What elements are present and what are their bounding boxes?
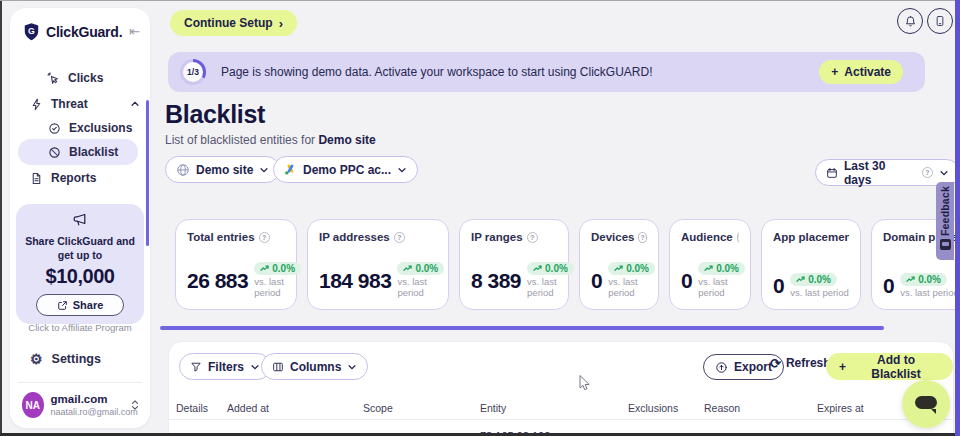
promo-amount: $10,000	[16, 265, 144, 288]
sidebar-item-label: Exclusions	[69, 121, 132, 135]
banner-message: Page is showing demo data. Activate your…	[221, 65, 653, 79]
external-link-icon	[57, 300, 68, 311]
vs-period-label: vs. last period	[900, 288, 959, 299]
activate-button[interactable]: + Activate	[819, 60, 903, 84]
delta-badge: 0.0%	[608, 262, 655, 275]
vs-period-label: vs. last period	[254, 277, 298, 299]
stat-value: 26 883	[187, 269, 248, 293]
column-header-scope[interactable]: Scope	[363, 402, 393, 414]
app-window: G ClickGuard. ⇤ Clicks Threat Exclusio	[0, 0, 960, 436]
trend-up-icon	[906, 276, 915, 283]
vs-period-label: vs. last period	[790, 288, 849, 299]
chat-launcher-button[interactable]	[902, 380, 950, 428]
docs-button[interactable]	[927, 8, 953, 34]
date-range-value: Last 30 days	[844, 159, 916, 187]
sidebar: G ClickGuard. ⇤ Clicks Threat Exclusio	[10, 8, 150, 428]
user-menu[interactable]: NA gmail.com naatali.ro@gmail.com	[22, 392, 140, 418]
document-icon	[30, 172, 43, 185]
plus-icon: +	[831, 65, 838, 79]
share-button[interactable]: Share	[36, 294, 124, 316]
delta-badge: 0.0%	[254, 262, 301, 275]
page-title: Blacklist	[165, 100, 265, 129]
stat-label: IP ranges	[471, 231, 523, 243]
refresh-button[interactable]: ⟳ Refresh	[770, 356, 831, 370]
stat-value: 0	[681, 269, 692, 293]
delta-badge: 0.0%	[527, 262, 574, 275]
calendar-icon	[826, 167, 838, 179]
chat-bubble-icon	[915, 396, 937, 409]
delta-value: 0.0%	[626, 263, 649, 274]
sidebar-item-clicks[interactable]: Clicks	[46, 66, 140, 90]
info-icon: ?	[737, 232, 739, 243]
avatar: NA	[22, 392, 44, 418]
export-icon	[715, 361, 728, 374]
delta-value: 0.0%	[415, 263, 438, 274]
vs-period-label: vs. last period	[698, 277, 742, 299]
chevron-down-icon	[939, 168, 949, 178]
sidebar-item-reports[interactable]: Reports	[30, 166, 140, 190]
logo-text: ClickGuard.	[46, 24, 122, 40]
notifications-button[interactable]	[897, 8, 923, 34]
filters-button[interactable]: Filters	[179, 353, 271, 380]
stats-horizontal-scrollbar[interactable]	[160, 326, 884, 330]
settings-label: Settings	[52, 352, 101, 366]
chevron-down-icon	[250, 362, 260, 372]
sidebar-item-exclusions[interactable]: Exclusions	[48, 116, 140, 140]
sidebar-item-blacklist[interactable]: Blacklist	[48, 140, 140, 164]
continue-setup-label: Continue Setup	[184, 16, 273, 30]
vs-period-label: vs. last period	[608, 277, 652, 299]
window-edge-top	[0, 0, 960, 1]
sidebar-item-settings[interactable]: ⚙ Settings	[30, 352, 101, 366]
feedback-tab[interactable]: Feedback	[936, 182, 954, 260]
stat-card-ip-addresses: IP addresses? 184 983 0.0% vs. last peri…	[307, 219, 449, 310]
trend-up-icon	[260, 265, 269, 272]
plus-icon: +	[839, 360, 846, 374]
add-to-blacklist-label: Add to Blacklist	[852, 353, 940, 381]
affiliate-promo-card[interactable]: Share ClickGuard and get up to $10,000 S…	[16, 204, 144, 324]
column-header-added-at[interactable]: Added at	[227, 402, 269, 414]
column-header-entity[interactable]: Entity	[480, 402, 506, 414]
stat-value: 8 389	[471, 269, 521, 293]
help-icon: ?	[922, 167, 933, 178]
setup-progress-value: 1/3	[183, 62, 203, 82]
add-to-blacklist-button[interactable]: + Add to Blacklist	[826, 353, 953, 380]
export-label: Export	[734, 360, 772, 374]
gear-icon: ⚙	[30, 352, 43, 366]
sidebar-item-label: Blacklist	[69, 145, 118, 159]
stat-card-audience: Audience? 0 0.0% vs. last period	[669, 219, 751, 310]
info-icon: ?	[259, 232, 270, 243]
blacklist-table-card: Filters Columns Export	[168, 341, 954, 436]
trend-up-icon	[704, 265, 713, 272]
info-icon: ?	[394, 232, 405, 243]
vs-period-label: vs. last period	[397, 277, 441, 299]
stat-label: Total entries	[187, 231, 255, 243]
continue-setup-button[interactable]: Continue Setup ›	[170, 10, 297, 36]
page-vertical-scrollbar[interactable]	[955, 0, 960, 436]
column-header-exclusions[interactable]: Exclusions	[628, 402, 678, 414]
refresh-icon: ⟳	[770, 357, 781, 370]
site-selector[interactable]: Demo site	[165, 156, 280, 183]
columns-button[interactable]: Columns	[261, 353, 368, 380]
sidebar-item-threat[interactable]: Threat	[30, 92, 140, 116]
check-circle-icon	[48, 122, 61, 135]
info-icon: ?	[638, 232, 647, 243]
trend-up-icon	[403, 265, 412, 272]
column-header-expires-at[interactable]: Expires at	[817, 402, 864, 414]
chevron-down-icon	[259, 165, 269, 175]
stat-card-total-entries: Total entries? 26 883 0.0% vs. last peri…	[175, 219, 297, 310]
chevron-up-icon[interactable]	[130, 99, 140, 109]
stat-label: IP addresses	[319, 231, 390, 243]
select-chevrons-icon	[130, 399, 140, 411]
delta-value: 0.0%	[918, 274, 941, 285]
column-header-reason[interactable]: Reason	[704, 402, 740, 414]
stat-value: 184 983	[319, 269, 391, 293]
google-ads-icon	[284, 163, 297, 176]
ppc-account-selector[interactable]: Demo PPC ac...	[273, 156, 418, 183]
stat-card-app-placement: App placement? 0 0.0% vs. last period	[761, 219, 861, 310]
demo-data-banner: 1/3 Page is showing demo data. Activate …	[168, 52, 925, 92]
collapse-sidebar-icon[interactable]: ⇤	[129, 24, 140, 39]
share-button-label: Share	[73, 299, 104, 311]
window-edge-left	[0, 0, 2, 436]
sidebar-scrollbar[interactable]	[146, 100, 149, 246]
column-header-details[interactable]: Details	[176, 402, 208, 414]
